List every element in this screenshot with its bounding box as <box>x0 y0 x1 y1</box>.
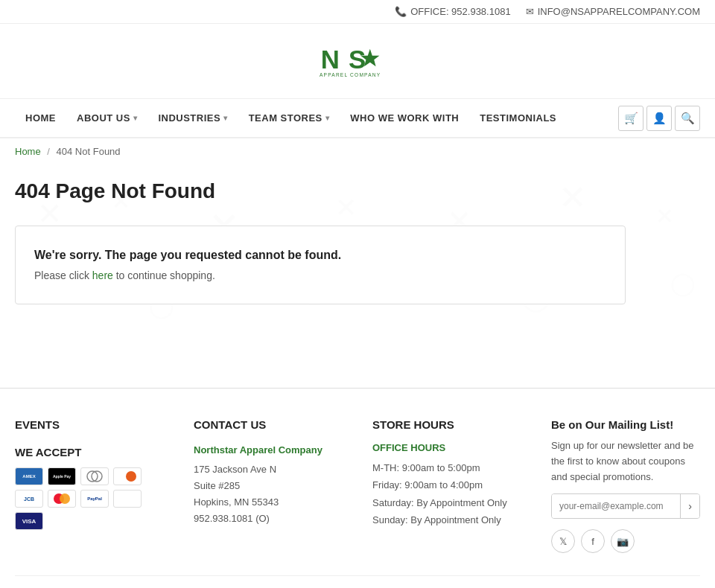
continue-shopping-link[interactable]: here <box>92 269 113 281</box>
phone-info: 📞 OFFICE: 952.938.1081 <box>395 6 510 17</box>
footer-mailing-col: Be on Our Mailing List! Sign up for our … <box>551 418 700 553</box>
error-box: We're sorry. The page you requested cann… <box>15 226 626 304</box>
hours-line3: Saturday: By Appointment Only <box>372 497 507 508</box>
svg-point-21 <box>60 493 70 504</box>
email-info: ✉ INFO@NSAPPARELCOMPANY.COM <box>526 6 700 17</box>
payment-paypal: PayPal <box>80 490 109 508</box>
payment-discover <box>113 467 142 485</box>
footer-address: Northstar Apparel Company 175 Jackson Av… <box>194 442 343 527</box>
footer: EVENTS We Accept AMEX Apple Pay JCB <box>0 388 715 588</box>
header: N S APPAREL COMPANY <box>0 24 715 99</box>
page-title: 404 Page Not Found <box>15 179 700 203</box>
nav-team-stores[interactable]: TEAM STORES ▾ <box>238 99 340 137</box>
email-signup-form: › <box>551 493 700 519</box>
social-icons: 𝕏 f 📷 <box>551 529 700 553</box>
phone-icon: 📞 <box>395 6 407 17</box>
address-line3: Hopkins, MN 55343 <box>194 496 279 508</box>
chevron-down-icon: ▾ <box>133 114 138 122</box>
hours-line2: Friday: 9:00am to 4:00pm <box>372 479 483 490</box>
instagram-icon[interactable]: 📷 <box>611 529 635 553</box>
email-input[interactable] <box>552 494 680 518</box>
payment-applepay: Apple Pay <box>48 467 76 485</box>
nav-industries[interactable]: INDUSTRIES ▾ <box>147 99 238 137</box>
twitter-icon[interactable]: 𝕏 <box>551 529 575 553</box>
hours-line4: Sunday: By Appointment Only <box>372 514 501 525</box>
email-submit-button[interactable]: › <box>680 494 699 518</box>
payment-amex: AMEX <box>15 467 43 485</box>
main-content: ✕ ✕ ✕ ✕ ✕ ✕ ✕ ◯ ◯ ◯ ◯ ◯ 404 Page Not Fou… <box>0 164 715 388</box>
payment-mastercard <box>48 490 76 508</box>
error-sub: Please click here to continue shopping. <box>34 269 606 281</box>
footer-hours-col: Store Hours OFFICE HOURS M-TH: 9:00am to… <box>372 418 521 553</box>
chevron-down-icon: ▾ <box>223 114 228 122</box>
contact-title: Contact Us <box>194 418 343 431</box>
svg-point-19 <box>126 471 136 482</box>
phone-label: OFFICE: 952.938.1081 <box>410 6 510 17</box>
svg-text:N: N <box>321 45 340 74</box>
user-icon: 👤 <box>652 112 667 125</box>
we-accept-title: We Accept <box>15 446 164 458</box>
mailing-title: Be on Our Mailing List! <box>551 418 700 431</box>
address-line1: 175 Jackson Ave N <box>194 464 276 475</box>
logo-svg: N S APPAREL COMPANY <box>313 35 402 87</box>
email-label: INFO@NSAPPARELCOMPANY.COM <box>538 6 700 17</box>
cart-button[interactable]: 🛒 <box>618 106 644 131</box>
breadcrumb-current: 404 Not Found <box>57 146 121 157</box>
navbar: HOME ABOUT US ▾ INDUSTRIES ▾ TEAM STORES… <box>0 99 715 138</box>
nav-left: HOME ABOUT US ▾ INDUSTRIES ▾ TEAM STORES… <box>15 99 567 137</box>
nav-right: 🛒 👤 🔍 <box>618 106 700 131</box>
user-button[interactable]: 👤 <box>646 106 672 131</box>
hours-line1: M-TH: 9:00am to 5:00pm <box>372 462 480 473</box>
search-button[interactable]: 🔍 <box>675 106 700 131</box>
logo[interactable]: N S APPAREL COMPANY <box>313 35 402 87</box>
breadcrumb: Home / 404 Not Found <box>0 138 715 164</box>
footer-hours: M-TH: 9:00am to 5:00pm Friday: 9:00am to… <box>372 459 521 529</box>
payment-jcb: JCB <box>15 490 43 508</box>
mailing-text: Sign up for our newsletter and be the fi… <box>551 438 700 485</box>
top-bar: 📞 OFFICE: 952.938.1081 ✉ INFO@NSAPPARELC… <box>0 0 715 24</box>
error-message: We're sorry. The page you requested cann… <box>34 249 606 262</box>
address-phone: 952.938.1081 (O) <box>194 513 270 524</box>
address-line2: Suite #285 <box>194 480 240 491</box>
hours-title: Store Hours <box>372 418 521 431</box>
error-sub-suffix: to continue shopping. <box>113 269 215 281</box>
payment-visa: VISA <box>15 512 43 530</box>
payment-apple <box>113 490 142 508</box>
office-hours-label: OFFICE HOURS <box>372 442 521 453</box>
nav-testimonials[interactable]: TESTIMONIALS <box>469 99 567 137</box>
facebook-icon[interactable]: f <box>581 529 605 553</box>
svg-text:S: S <box>349 45 366 74</box>
cart-icon: 🛒 <box>624 112 638 125</box>
company-name: Northstar Apparel Company <box>194 442 343 458</box>
footer-contact-col: Contact Us Northstar Apparel Company 175… <box>194 418 343 553</box>
nav-home[interactable]: HOME <box>15 99 66 137</box>
breadcrumb-separator: / <box>47 146 50 157</box>
footer-events-col: EVENTS We Accept AMEX Apple Pay JCB <box>15 418 164 553</box>
svg-text:◯: ◯ <box>670 271 696 297</box>
error-sub-prefix: Please click <box>34 269 92 281</box>
nav-who-we-work-with[interactable]: WHO WE WORK WITH <box>340 99 469 137</box>
svg-text:✕: ✕ <box>655 204 674 229</box>
footer-bottom: © 2018 northstar-apparel | Shopify Theme… <box>15 575 700 588</box>
breadcrumb-home[interactable]: Home <box>15 146 41 157</box>
nav-about-us[interactable]: ABOUT US ▾ <box>66 99 147 137</box>
chevron-down-icon: ▾ <box>325 114 330 122</box>
events-title: EVENTS <box>15 418 164 431</box>
payment-diners <box>80 467 109 485</box>
payment-icons: AMEX Apple Pay JCB PayPal <box>15 467 164 530</box>
footer-columns: EVENTS We Accept AMEX Apple Pay JCB <box>15 418 700 553</box>
svg-text:APPAREL COMPANY: APPAREL COMPANY <box>320 72 381 77</box>
search-icon: 🔍 <box>681 112 695 125</box>
email-icon: ✉ <box>526 6 534 17</box>
